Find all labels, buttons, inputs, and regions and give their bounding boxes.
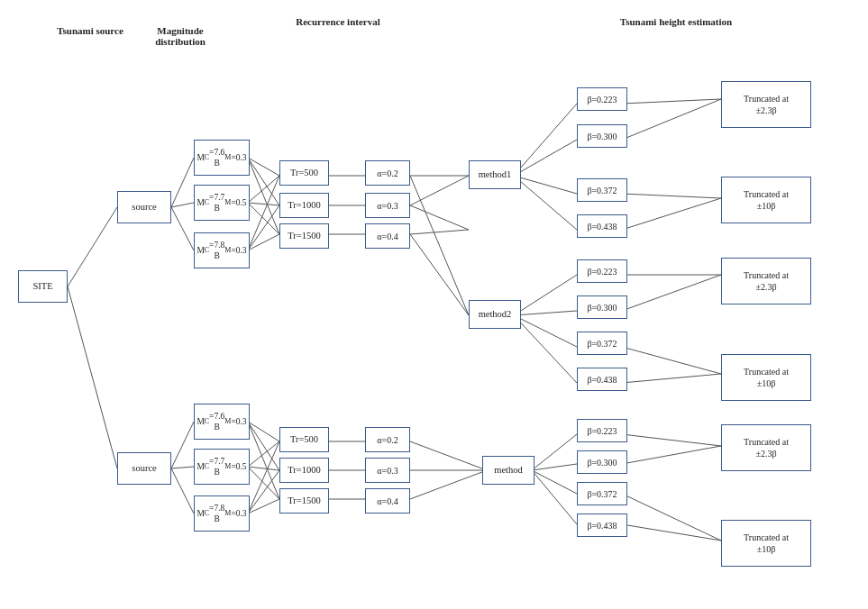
svg-line-0: [68, 207, 117, 286]
svg-line-63: [622, 494, 721, 541]
svg-line-10: [248, 203, 279, 234]
alpha-node-4: α=0.2: [365, 427, 410, 452]
svg-line-2: [171, 158, 194, 207]
beta-node-11: β=0.372: [577, 482, 627, 505]
svg-line-59: [532, 470, 577, 494]
svg-line-61: [622, 434, 721, 446]
svg-line-54: [410, 441, 487, 470]
svg-line-56: [410, 470, 487, 499]
truncated-node-6: Truncated at±10β: [721, 520, 811, 567]
svg-line-21: [410, 176, 469, 205]
truncated-node-5: Truncated at±2.3β: [721, 424, 811, 471]
svg-line-58: [532, 464, 577, 470]
svg-line-34: [622, 198, 721, 230]
svg-line-39: [171, 422, 194, 468]
svg-line-30: [514, 315, 577, 383]
svg-line-33: [622, 194, 721, 198]
mag-node-5: MC=7.7BM=0.5: [194, 449, 250, 485]
method3-node: method: [482, 456, 535, 485]
truncated-node-1: Truncated at±2.3β: [721, 81, 811, 128]
mag-node-4: MC=7.6BM=0.3: [194, 404, 250, 440]
svg-line-1: [68, 286, 117, 468]
svg-line-36: [622, 275, 721, 311]
svg-line-38: [622, 374, 721, 383]
svg-line-49: [248, 470, 279, 514]
truncated-node-4: Truncated at±10β: [721, 354, 811, 401]
svg-line-12: [248, 205, 279, 250]
svg-line-3: [171, 203, 194, 207]
svg-line-13: [248, 234, 279, 250]
method2-node: method2: [469, 300, 521, 329]
truncated-node-3: Truncated at±2.3β: [721, 258, 811, 304]
tr-node-1: Tr=500: [279, 160, 329, 186]
site-node: SITE: [18, 270, 68, 303]
header-tsunami-height: Tsunami height estimation: [541, 16, 811, 27]
header-tsunami-source: Tsunami source: [54, 25, 126, 36]
beta-node-5: β=0.223: [577, 259, 627, 283]
svg-line-23: [514, 104, 577, 176]
alpha-node-3: α=0.4: [365, 223, 410, 249]
svg-line-50: [248, 499, 279, 514]
svg-line-20: [410, 176, 469, 315]
beta-node-3: β=0.372: [577, 178, 627, 202]
svg-line-44: [248, 422, 279, 499]
svg-line-37: [622, 347, 721, 374]
alpha-node-5: α=0.3: [365, 458, 410, 483]
svg-line-18: [410, 205, 469, 230]
mag-node-6: MC=7.8BM=0.3: [194, 495, 250, 532]
tr-node-5: Tr=1000: [279, 458, 329, 483]
tr-node-2: Tr=1000: [279, 193, 329, 218]
svg-line-25: [514, 176, 577, 194]
svg-line-40: [171, 467, 194, 468]
svg-line-11: [248, 176, 279, 250]
beta-node-6: β=0.300: [577, 295, 627, 319]
header-recurrence: Recurrence interval: [266, 16, 410, 27]
svg-line-8: [248, 176, 279, 203]
svg-line-29: [514, 315, 577, 347]
beta-node-8: β=0.438: [577, 368, 627, 391]
beta-node-9: β=0.223: [577, 419, 627, 442]
svg-line-64: [622, 524, 721, 541]
mag-node-1: MC=7.6BM=0.3: [194, 140, 250, 176]
mag-node-2: MC=7.7BM=0.5: [194, 185, 250, 221]
beta-node-12: β=0.438: [577, 514, 627, 537]
svg-line-57: [532, 434, 577, 470]
method1-node: method1: [469, 160, 521, 189]
alpha-node-2: α=0.3: [365, 193, 410, 218]
svg-line-24: [514, 140, 577, 176]
svg-line-46: [248, 467, 279, 470]
beta-node-7: β=0.372: [577, 332, 627, 355]
svg-line-27: [514, 275, 577, 315]
svg-line-45: [248, 441, 279, 467]
source2-node: source: [117, 452, 171, 485]
alpha-node-6: α=0.4: [365, 488, 410, 514]
tr-node-6: Tr=1500: [279, 488, 329, 514]
tr-node-4: Tr=500: [279, 427, 329, 452]
source1-node: source: [117, 191, 171, 223]
svg-line-47: [248, 467, 279, 499]
svg-line-4: [171, 207, 194, 250]
beta-node-10: β=0.300: [577, 450, 627, 474]
svg-line-5: [248, 158, 279, 176]
diagram-container: Tsunami source Magnitude distribution Re…: [0, 0, 868, 609]
svg-line-22: [410, 230, 469, 234]
svg-line-62: [622, 446, 721, 464]
tr-node-3: Tr=1500: [279, 223, 329, 249]
svg-line-26: [514, 176, 577, 230]
svg-line-9: [248, 203, 279, 205]
beta-node-4: β=0.438: [577, 214, 627, 238]
svg-line-48: [248, 441, 279, 514]
svg-line-41: [171, 468, 194, 514]
alpha-node-1: α=0.2: [365, 160, 410, 186]
mag-node-3: MC=7.8BM=0.3: [194, 232, 250, 268]
beta-node-1: β=0.223: [577, 87, 627, 111]
svg-line-42: [248, 422, 279, 441]
svg-line-31: [622, 99, 721, 104]
truncated-node-2: Truncated at±10β: [721, 177, 811, 223]
svg-line-43: [248, 422, 279, 470]
header-magnitude: Magnitude distribution: [140, 25, 221, 47]
beta-node-2: β=0.300: [577, 124, 627, 148]
svg-line-6: [248, 158, 279, 205]
svg-line-7: [248, 158, 279, 234]
svg-line-19: [410, 234, 469, 315]
